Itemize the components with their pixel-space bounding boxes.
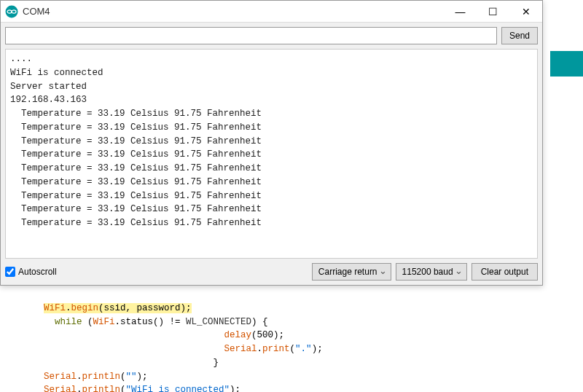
arduino-icon [5, 5, 18, 18]
ide-code-editor[interactable]: WiFi.begin(ssid, password); while (WiFi.… [0, 286, 583, 392]
code-token: (500); [251, 330, 284, 340]
baud-dropdown[interactable]: 115200 baud [396, 263, 467, 281]
send-button[interactable]: Send [501, 27, 538, 44]
code-token: . [66, 303, 71, 313]
window-controls: — ☐ ✕ [444, 1, 542, 22]
code-token: while [55, 317, 82, 327]
code-token: ); [137, 372, 148, 382]
minimize-button[interactable]: — [444, 1, 477, 22]
code-token: WiFi [93, 317, 115, 327]
autoscroll-checkbox[interactable] [5, 267, 15, 277]
code-token: } [214, 358, 219, 368]
code-token: (ssid, password); [98, 303, 192, 313]
serial-output: .... WiFi is connected Server started 19… [5, 49, 538, 259]
code-token: ); [312, 344, 323, 354]
line-ending-value: Carriage return [318, 267, 377, 277]
bottom-bar: Autoscroll Carriage return 115200 baud C… [1, 259, 542, 285]
line-ending-dropdown[interactable]: Carriage return [312, 263, 391, 281]
code-token: println [82, 385, 121, 392]
code-token: "WiFi is connected" [126, 385, 230, 392]
code-token: . [77, 385, 82, 392]
code-token: "" [126, 372, 137, 382]
code-token: Serial [224, 344, 257, 354]
code-token: . [77, 372, 82, 382]
code-token: WL_CONNECTED [186, 317, 251, 327]
code-token: ( [120, 385, 126, 392]
titlebar: COM4 — ☐ ✕ [1, 1, 542, 23]
code-token: ( [120, 372, 126, 382]
code-token: Serial [44, 372, 77, 382]
code-token: ) { [251, 317, 268, 327]
code-token: .status() != [115, 317, 187, 327]
code-token: Serial [44, 385, 77, 392]
clear-output-button[interactable]: Clear output [472, 263, 538, 281]
code-token: ); [230, 385, 240, 392]
autoscroll-label: Autoscroll [18, 267, 57, 277]
maximize-button[interactable]: ☐ [477, 1, 509, 22]
code-token: begin [71, 303, 99, 313]
serial-input[interactable] [5, 27, 497, 44]
code-token: WiFi [44, 303, 66, 313]
window-title: COM4 [23, 6, 444, 17]
code-token: . [257, 344, 263, 354]
code-token: "." [295, 344, 312, 354]
code-token: println [82, 372, 121, 382]
code-token: delay [224, 330, 252, 340]
code-token: ( [290, 344, 296, 354]
autoscroll-checkbox-label[interactable]: Autoscroll [5, 267, 308, 277]
close-button[interactable]: ✕ [509, 1, 542, 22]
input-row: Send [1, 23, 542, 49]
code-token: print [262, 344, 290, 354]
baud-value: 115200 baud [402, 267, 453, 277]
ide-header-strip [550, 51, 583, 77]
serial-monitor-window: COM4 — ☐ ✕ Send .... WiFi is connected S… [0, 0, 543, 286]
code-token: ( [82, 317, 93, 327]
